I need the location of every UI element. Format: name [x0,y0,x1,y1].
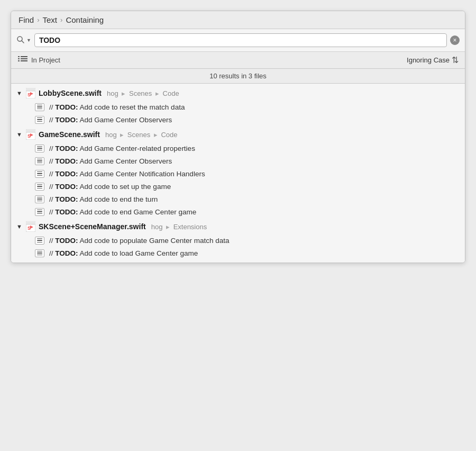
search-dropdown-icon[interactable]: ▼ [26,38,31,43]
breadcrumb-sep-2: › [60,16,62,24]
lines-icon [34,169,45,178]
lines-icon [34,115,45,124]
result-item[interactable]: // TODO: Add code to set up the game [11,180,465,193]
search-input[interactable] [34,33,447,47]
file-name: SKScene+SceneManager.swift [39,222,146,231]
breadcrumb-containing[interactable]: Containing [66,15,104,24]
lines-icon [34,157,45,165]
result-text: // TODO: Add code to reset the match dat… [49,103,185,111]
result-text: // TODO: Add Game Center-related propert… [49,145,195,152]
result-item[interactable]: // TODO: Add code to reset the match dat… [11,101,465,113]
clear-button[interactable]: × [450,35,460,45]
svg-rect-5 [21,56,28,57]
filter-bar: In Project Ignoring Case ⇅ [11,52,465,69]
lines-icon [34,249,45,257]
search-bar: ▼ × [11,29,465,52]
lines-icon [34,103,45,111]
filter-left: In Project [17,56,60,65]
ignoring-case-label: Ignoring Case [407,56,450,64]
file-group-0: ▼ S LobbyScene.swift hog ▸ Scenes ▸ Code… [11,86,465,126]
results-count: 10 results in 3 files [209,72,267,80]
result-text: // TODO: Add Game Center Notification Ha… [49,170,205,178]
filter-scope-label[interactable]: In Project [31,56,60,64]
svg-rect-4 [18,60,20,61]
results-summary: 10 results in 3 files [11,69,465,84]
file-path: hog ▸ Scenes ▸ Code [107,89,179,97]
expand-triangle-icon[interactable]: ▼ [16,131,23,138]
lines-icon [34,195,45,203]
result-text: // TODO: Add Game Center Observers [49,116,172,124]
lines-icon [34,208,45,216]
result-item[interactable]: // TODO: Add Game Center Notification Ha… [11,167,465,180]
svg-line-1 [22,41,24,43]
svg-rect-3 [18,58,20,59]
file-header-0[interactable]: ▼ S LobbyScene.swift hog ▸ Scenes ▸ Code [11,86,465,101]
search-icon-wrapper: ▼ [16,35,31,46]
result-text: // TODO: Add code to end the turn [49,195,158,203]
result-item[interactable]: // TODO: Add code to end the turn [11,193,465,205]
find-panel: Find › Text › Containing ▼ × [11,11,465,263]
file-group-2: ▼ S SKScene+SceneManager.swift hog ▸ Ext… [11,219,465,259]
svg-rect-6 [21,58,28,59]
result-item[interactable]: // TODO: Add Game Center Observers [11,113,465,126]
search-icon [16,35,25,46]
filter-right: Ignoring Case ⇅ [407,55,459,65]
file-path: hog ▸ Scenes ▸ Code [105,131,178,139]
file-path: hog ▸ Extensions [151,223,207,231]
swift-file-icon: S [26,88,35,98]
result-item[interactable]: // TODO: Add Game Center-related propert… [11,142,465,155]
svg-rect-2 [18,56,20,57]
lines-icon [34,236,45,245]
svg-rect-7 [21,60,28,61]
breadcrumb-find[interactable]: Find [19,15,34,24]
result-text: // TODO: Add Game Center Observers [49,157,172,165]
expand-triangle-icon[interactable]: ▼ [16,90,23,96]
result-item[interactable]: // TODO: Add code to end Game Center gam… [11,205,465,218]
file-name: LobbyScene.swift [39,89,102,97]
scope-icon [17,56,28,65]
breadcrumb-text[interactable]: Text [43,15,58,24]
swift-file-icon: S [26,222,35,231]
swift-file-icon: S [26,130,35,139]
result-item[interactable]: // TODO: Add code to populate Game Cente… [11,234,465,247]
file-header-1[interactable]: ▼ S GameScene.swift hog ▸ Scenes ▸ Code [11,127,465,142]
result-item[interactable]: // TODO: Add code to load Game Center ga… [11,247,465,259]
result-item[interactable]: // TODO: Add Game Center Observers [11,155,465,167]
breadcrumb-sep-1: › [37,16,39,24]
result-text: // TODO: Add code to end Game Center gam… [49,208,196,216]
lines-icon [34,182,45,191]
file-header-2[interactable]: ▼ S SKScene+SceneManager.swift hog ▸ Ext… [11,219,465,234]
result-text: // TODO: Add code to load Game Center ga… [49,249,198,257]
results-list: ▼ S LobbyScene.swift hog ▸ Scenes ▸ Code… [11,84,465,263]
stepper-icon[interactable]: ⇅ [452,55,459,65]
expand-triangle-icon[interactable]: ▼ [16,223,23,230]
result-text: // TODO: Add code to set up the game [49,183,171,191]
breadcrumb: Find › Text › Containing [11,11,465,29]
file-group-1: ▼ S GameScene.swift hog ▸ Scenes ▸ Code … [11,127,465,218]
file-name: GameScene.swift [39,130,100,139]
result-text: // TODO: Add code to populate Game Cente… [49,237,229,245]
lines-icon [34,144,45,152]
